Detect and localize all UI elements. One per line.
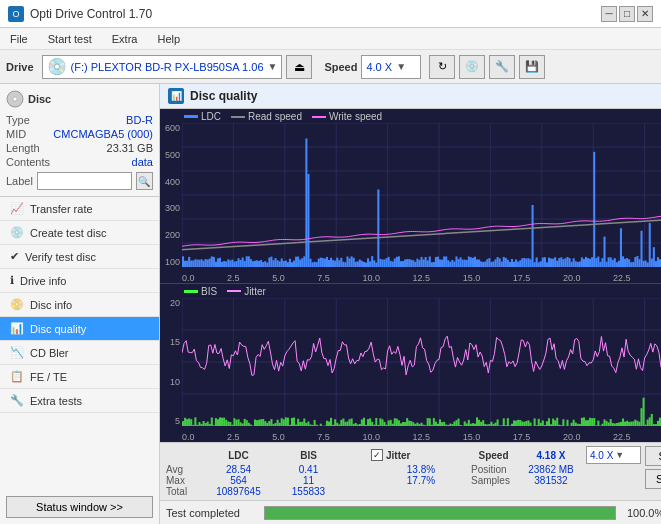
drive-name: (F:) PLEXTOR BD-R PX-LB950SA 1.06 [71, 61, 264, 73]
progress-bar-container [264, 506, 616, 520]
sidebar-item-cd-bler[interactable]: 📉 CD Bler [0, 341, 159, 365]
y-bottom-20: 20 [160, 298, 182, 308]
stats-bar: LDC BIS ✓ Jitter Speed 4.18 X 4.0 X ▼ [160, 442, 661, 500]
sidebar-item-disc-info[interactable]: 📀 Disc info [0, 293, 159, 317]
menu-extra[interactable]: Extra [106, 31, 144, 47]
avg-jitter: 13.8% [371, 464, 471, 475]
y-top-label-100: 100 [160, 257, 182, 267]
content-area: 📊 Disc quality LDC Read speed [160, 84, 661, 524]
y-top-label-400: 400 [160, 177, 182, 187]
minimize-button[interactable]: ─ [601, 6, 617, 22]
samples-label: Samples [471, 475, 516, 486]
maximize-button[interactable]: □ [619, 6, 635, 22]
create-test-disc-icon: 💿 [10, 226, 24, 239]
drive-label: Drive [6, 61, 34, 73]
stats-header-bis: BIS [276, 450, 341, 461]
sidebar-item-label-verify-test-disc: Verify test disc [25, 251, 96, 263]
position-val: 23862 MB [516, 464, 586, 475]
sidebar-item-verify-test-disc[interactable]: ✔ Verify test disc [0, 245, 159, 269]
drive-info-icon: ℹ [10, 274, 14, 287]
chart-top: LDC Read speed Write speed 600 500 400 [160, 109, 661, 284]
menu-bar: File Start test Extra Help [0, 28, 661, 50]
progress-area: Test completed 100.0% 33:14 [160, 500, 661, 524]
start-part-button[interactable]: Start part [645, 469, 661, 489]
menu-file[interactable]: File [4, 31, 34, 47]
dq-title: Disc quality [190, 89, 257, 103]
legend-ldc: LDC [201, 111, 221, 122]
stats-header-speed: Speed [471, 450, 516, 461]
disc-length-val: 23.31 GB [107, 142, 153, 154]
x-bot-20: 20.0 [563, 432, 581, 442]
x-top-12_5: 12.5 [413, 273, 431, 283]
drive-toolbar: Drive 💿 (F:) PLEXTOR BD-R PX-LB950SA 1.0… [0, 50, 661, 84]
sidebar-item-label-disc-info: Disc info [30, 299, 72, 311]
disc-type-val: BD-R [126, 114, 153, 126]
sidebar-item-disc-quality[interactable]: 📊 Disc quality [0, 317, 159, 341]
sidebar-item-fe-te[interactable]: 📋 FE / TE [0, 365, 159, 389]
dq-header: 📊 Disc quality [160, 84, 661, 109]
sidebar-item-drive-info[interactable]: ℹ Drive info [0, 269, 159, 293]
speed-value: 4.0 X [366, 61, 392, 73]
close-button[interactable]: ✕ [637, 6, 653, 22]
speed-selector[interactable]: 4.0 X ▼ [361, 55, 421, 79]
samples-val: 381532 [516, 475, 586, 486]
x-top-5: 5.0 [272, 273, 285, 283]
eject-button[interactable]: ⏏ [286, 55, 312, 79]
x-top-2_5: 2.5 [227, 273, 240, 283]
speed-label: Speed [324, 61, 357, 73]
app-title: Opti Drive Control 1.70 [30, 7, 152, 21]
start-full-button[interactable]: Start full [645, 446, 661, 466]
stats-speed-selector[interactable]: 4.0 X ▼ [586, 446, 641, 464]
disc-type-label: Type [6, 114, 30, 126]
sidebar-item-transfer-rate[interactable]: 📈 Transfer rate [0, 197, 159, 221]
total-label: Total [166, 486, 201, 497]
sidebar-item-label-extra-tests: Extra tests [30, 395, 82, 407]
total-ldc: 10897645 [201, 486, 276, 497]
x-top-0: 0.0 [182, 273, 195, 283]
x-bot-10: 10.0 [362, 432, 380, 442]
y-bottom-15: 15 [160, 337, 182, 347]
stats-header-ldc: LDC [201, 450, 276, 461]
sidebar-item-extra-tests[interactable]: 🔧 Extra tests [0, 389, 159, 413]
progress-bar-fill [265, 507, 615, 519]
main-layout: Disc Type BD-R MID CMCMAGBA5 (000) Lengt… [0, 84, 661, 524]
x-bot-2_5: 2.5 [227, 432, 240, 442]
window-controls: ─ □ ✕ [601, 6, 653, 22]
disc-label-search-button[interactable]: 🔍 [136, 172, 153, 190]
sidebar-item-create-test-disc[interactable]: 💿 Create test disc [0, 221, 159, 245]
menu-help[interactable]: Help [151, 31, 186, 47]
disc-contents-label: Contents [6, 156, 50, 168]
x-bot-12_5: 12.5 [413, 432, 431, 442]
drive-selector[interactable]: 💿 (F:) PLEXTOR BD-R PX-LB950SA 1.06 ▼ [42, 55, 283, 79]
chart-bottom: BIS Jitter 20 15 10 5 20% 16 [160, 284, 661, 442]
title-bar: O Opti Drive Control 1.70 ─ □ ✕ [0, 0, 661, 28]
disc-length-label: Length [6, 142, 40, 154]
sidebar: Disc Type BD-R MID CMCMAGBA5 (000) Lengt… [0, 84, 160, 524]
fe-te-icon: 📋 [10, 370, 24, 383]
disc-contents-val: data [132, 156, 153, 168]
disc-label-label: Label [6, 175, 33, 187]
progress-label: Test completed [166, 507, 256, 519]
legend-jitter: Jitter [244, 286, 266, 297]
toolbar-refresh-button[interactable]: ↻ [429, 55, 455, 79]
avg-label: Avg [166, 464, 201, 475]
toolbar-disc-button[interactable]: 💿 [459, 55, 485, 79]
sidebar-item-label-fe-te: FE / TE [30, 371, 67, 383]
y-bottom-10: 10 [160, 377, 182, 387]
jitter-checkbox[interactable]: ✓ [371, 449, 383, 461]
disc-label-input[interactable] [37, 172, 132, 190]
menu-start-test[interactable]: Start test [42, 31, 98, 47]
disc-info-icon: 📀 [10, 298, 24, 311]
status-window-button[interactable]: Status window >> [6, 496, 153, 518]
toolbar-settings-button[interactable]: 🔧 [489, 55, 515, 79]
sidebar-item-label-cd-bler: CD Bler [30, 347, 69, 359]
y-top-label-500: 500 [160, 150, 182, 160]
charts-area: LDC Read speed Write speed 600 500 400 [160, 109, 661, 442]
y-top-label-200: 200 [160, 230, 182, 240]
x-top-17_5: 17.5 [513, 273, 531, 283]
x-bot-22_5: 22.5 [613, 432, 631, 442]
sidebar-item-label-transfer-rate: Transfer rate [30, 203, 93, 215]
toolbar-save-button[interactable]: 💾 [519, 55, 545, 79]
max-bis: 11 [276, 475, 341, 486]
extra-tests-icon: 🔧 [10, 394, 24, 407]
